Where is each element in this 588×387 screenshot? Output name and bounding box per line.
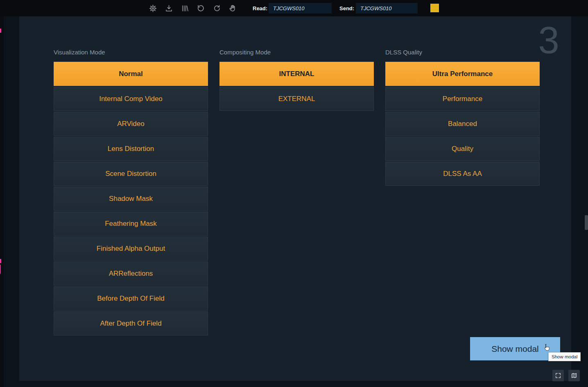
group-compositing-mode: Compositing ModeINTERNALEXTERNAL [219,48,374,112]
map-icon [571,372,577,379]
option-internal-comp-video[interactable]: Internal Comp Video [54,87,208,111]
toolbar: Read: Send: [0,0,588,16]
option-normal[interactable]: Normal [54,62,208,86]
send-input[interactable] [356,3,418,14]
option-dlss-as-aa[interactable]: DLSS As AA [385,162,540,186]
app-window: Read: Send: 3 Visualization ModeNormalIn… [0,0,588,387]
read-input[interactable] [269,3,332,14]
expand-button[interactable] [552,370,564,381]
group-label: Compositing Mode [219,48,374,56]
option-balanced[interactable]: Balanced [385,112,540,136]
option-ultra-performance[interactable]: Ultra Performance [385,62,540,86]
scrollbar-thumb[interactable] [585,215,588,230]
option-lens-distortion[interactable]: Lens Distortion [54,137,208,161]
group-label: Visualization Mode [54,48,208,56]
toolbar-icons [149,0,237,16]
library-icon[interactable] [181,4,189,13]
expand-icon [555,372,561,379]
read-label: Read: [253,5,267,11]
option-feathering-mask[interactable]: Feathering Mask [54,212,208,236]
button-groups: Visualization ModeNormalInternal Comp Vi… [54,48,540,336]
artifact-mark [0,265,1,274]
option-quality[interactable]: Quality [385,137,540,161]
left-edge-strip [0,16,4,387]
hand-icon[interactable] [228,4,237,13]
status-indicator [430,4,439,12]
option-arvideo[interactable]: ARVideo [54,112,208,136]
option-finished-alpha-output[interactable]: Finished Alpha Output [54,236,208,261]
send-label: Send: [339,5,354,11]
download-icon[interactable] [165,4,173,13]
gear-icon[interactable] [149,4,157,13]
option-scene-distortion[interactable]: Scene Distortion [54,162,208,186]
option-shadow-mask[interactable]: Shadow Mask [54,187,208,211]
group-visualization-mode: Visualization ModeNormalInternal Comp Vi… [54,48,208,336]
show-modal-button[interactable]: Show modal [470,337,560,360]
option-internal[interactable]: INTERNAL [219,62,374,86]
option-after-depth-of-field[interactable]: After Depth Of Field [54,311,208,335]
option-performance[interactable]: Performance [385,87,540,111]
option-arreflections[interactable]: ARReflections [54,261,208,286]
group-dlss-quality: DLSS QualityUltra PerformancePerformance… [385,48,540,187]
artifact-mark [0,29,1,33]
history-icon[interactable] [197,4,205,13]
option-external[interactable]: EXTERNAL [219,87,374,111]
artifact-mark [0,259,1,263]
sync-icon[interactable] [213,4,221,13]
option-before-depth-of-field[interactable]: Before Depth Of Field [54,286,208,310]
show-modal-tooltip: Show modal [548,352,581,361]
group-label: DLSS Quality [385,48,540,56]
map-button[interactable] [568,370,580,381]
